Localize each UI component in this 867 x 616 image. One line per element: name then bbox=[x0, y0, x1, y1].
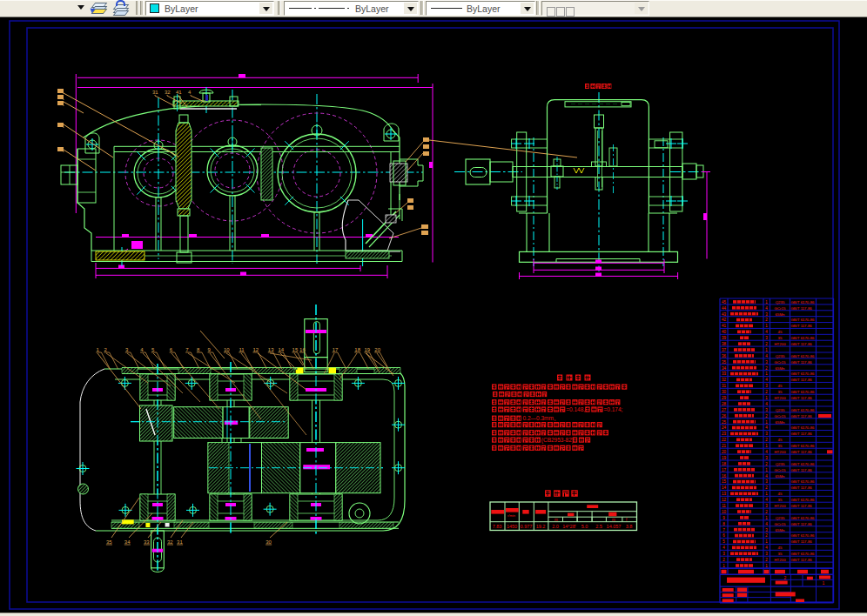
svg-text:16: 16 bbox=[722, 474, 727, 479]
svg-text:45: 45 bbox=[778, 384, 783, 388]
svg-text:15: 15 bbox=[722, 479, 727, 484]
svg-text:Q235: Q235 bbox=[776, 408, 785, 412]
svg-text:35: 35 bbox=[106, 539, 112, 545]
svg-text:32: 32 bbox=[165, 90, 171, 95]
svg-text:29: 29 bbox=[722, 396, 727, 400]
svg-text:GB/T 117-86: GB/T 117-86 bbox=[791, 432, 813, 436]
svg-text:GB/T 117-86: GB/T 117-86 bbox=[791, 522, 813, 526]
svg-text:GB/T 117-86: GB/T 117-86 bbox=[791, 378, 813, 382]
svg-text:19.2: 19.2 bbox=[536, 524, 546, 529]
svg-text:35: 35 bbox=[778, 390, 783, 394]
svg-text:GB/T 6170-86: GB/T 6170-86 bbox=[791, 516, 816, 520]
svg-text:13: 13 bbox=[722, 492, 727, 496]
svg-text:HT200: HT200 bbox=[774, 342, 786, 346]
svg-text:GB/T 117-86: GB/T 117-86 bbox=[791, 504, 813, 508]
svg-text:GCr15: GCr15 bbox=[775, 306, 786, 311]
svg-text:19: 19 bbox=[722, 456, 727, 460]
svg-text:12: 12 bbox=[722, 498, 727, 502]
svg-text:30: 30 bbox=[722, 390, 727, 394]
svg-text:19: 19 bbox=[364, 347, 370, 352]
svg-text:GB/T 6170-86: GB/T 6170-86 bbox=[791, 425, 816, 430]
svg-text:32: 32 bbox=[167, 539, 173, 545]
svg-text:12: 12 bbox=[253, 347, 259, 352]
svg-text:34: 34 bbox=[722, 366, 727, 371]
svg-text:31: 31 bbox=[177, 539, 183, 545]
svg-text:35: 35 bbox=[778, 336, 783, 340]
svg-text:33: 33 bbox=[144, 539, 150, 545]
svg-text:45: 45 bbox=[778, 438, 783, 442]
svg-text:41: 41 bbox=[722, 324, 727, 328]
svg-text:GB/T 6170-86: GB/T 6170-86 bbox=[791, 498, 816, 502]
svg-text:65Mn: 65Mn bbox=[776, 474, 786, 479]
svg-text:(CB2953-82): (CB2953-82) bbox=[541, 437, 574, 444]
svg-text:65Mn: 65Mn bbox=[776, 420, 786, 425]
svg-text:=0.148,: =0.148, bbox=[566, 406, 585, 412]
svg-text:36: 36 bbox=[722, 354, 727, 358]
svg-text:HT200: HT200 bbox=[774, 504, 786, 508]
svg-text:25: 25 bbox=[722, 420, 727, 425]
svg-text:GB/T 6170-86: GB/T 6170-86 bbox=[791, 336, 816, 340]
svg-text:Q235: Q235 bbox=[776, 300, 785, 305]
svg-text:45: 45 bbox=[778, 492, 783, 496]
svg-text:3.8: 3.8 bbox=[626, 524, 633, 529]
svg-text:13: 13 bbox=[268, 347, 274, 352]
svg-text:2.0: 2.0 bbox=[552, 524, 559, 529]
svg-text:GB/T 117-86: GB/T 117-86 bbox=[791, 324, 813, 328]
svg-text:GB/T 6170-86: GB/T 6170-86 bbox=[791, 390, 816, 394]
svg-text:35: 35 bbox=[778, 552, 783, 556]
svg-text:0.2—0.3mm。: 0.2—0.3mm。 bbox=[523, 415, 560, 421]
svg-text:0.977: 0.977 bbox=[521, 524, 533, 529]
svg-text:GB/T 6170-86: GB/T 6170-86 bbox=[791, 318, 816, 322]
svg-text:26: 26 bbox=[722, 414, 727, 418]
svg-text:24: 24 bbox=[722, 425, 727, 430]
svg-text:GB/T 117-86: GB/T 117-86 bbox=[791, 360, 813, 365]
svg-text:GCr15: GCr15 bbox=[775, 360, 786, 365]
svg-text:20: 20 bbox=[374, 347, 380, 352]
svg-text:28: 28 bbox=[722, 402, 727, 406]
svg-text:44: 44 bbox=[722, 306, 727, 311]
svg-text:m: m bbox=[612, 518, 615, 522]
svg-text:GB/T 6170-86: GB/T 6170-86 bbox=[791, 408, 816, 412]
svg-text:65Mn: 65Mn bbox=[776, 312, 786, 317]
svg-text:=0.174;: =0.174; bbox=[604, 406, 623, 412]
svg-text:2: 2 bbox=[784, 575, 787, 580]
svg-text:GB/T 117-86: GB/T 117-86 bbox=[791, 539, 813, 544]
svg-text:65Mn: 65Mn bbox=[776, 528, 786, 532]
svg-text:17: 17 bbox=[722, 468, 727, 472]
svg-text:45: 45 bbox=[778, 330, 783, 334]
svg-text:35: 35 bbox=[778, 498, 783, 502]
svg-text:32: 32 bbox=[722, 378, 727, 382]
svg-text:42: 42 bbox=[722, 318, 727, 322]
svg-text:5.0: 5.0 bbox=[581, 524, 588, 529]
svg-text:65Mn: 65Mn bbox=[776, 366, 786, 371]
svg-text:2.5: 2.5 bbox=[595, 524, 602, 529]
svg-text:1: 1 bbox=[823, 580, 825, 586]
svg-text:GB/T 6170-86: GB/T 6170-86 bbox=[791, 300, 816, 305]
svg-text:35: 35 bbox=[722, 360, 727, 365]
svg-text:43: 43 bbox=[722, 312, 727, 317]
svg-text:22: 22 bbox=[722, 438, 727, 442]
svg-text:10: 10 bbox=[224, 347, 230, 352]
svg-text:21: 21 bbox=[722, 444, 727, 448]
svg-text:10: 10 bbox=[722, 510, 727, 514]
svg-text:18: 18 bbox=[722, 462, 727, 466]
svg-text:HT200: HT200 bbox=[774, 558, 786, 562]
svg-text:GCr15: GCr15 bbox=[775, 522, 786, 526]
svg-text:14: 14 bbox=[722, 485, 727, 490]
svg-text:m: m bbox=[554, 518, 558, 522]
svg-text:11: 11 bbox=[239, 347, 245, 352]
svg-text:39: 39 bbox=[722, 336, 727, 340]
svg-text:GB/T 6170-86: GB/T 6170-86 bbox=[791, 372, 816, 376]
svg-text:35: 35 bbox=[778, 444, 783, 448]
svg-text:16: 16 bbox=[299, 347, 306, 352]
svg-text:45: 45 bbox=[722, 300, 727, 305]
svg-text:15: 15 bbox=[292, 347, 299, 352]
svg-text:20: 20 bbox=[722, 450, 727, 454]
svg-text:GB/T 117-86: GB/T 117-86 bbox=[791, 558, 813, 562]
svg-text:34: 34 bbox=[124, 539, 131, 545]
svg-text:GB/T 6170-86: GB/T 6170-86 bbox=[791, 479, 816, 484]
svg-text:40: 40 bbox=[722, 330, 727, 334]
svg-text:GB/T 6170-86: GB/T 6170-86 bbox=[791, 533, 816, 538]
svg-text:GB/T 117-86: GB/T 117-86 bbox=[791, 342, 813, 346]
svg-text:7.83: 7.83 bbox=[493, 524, 502, 529]
